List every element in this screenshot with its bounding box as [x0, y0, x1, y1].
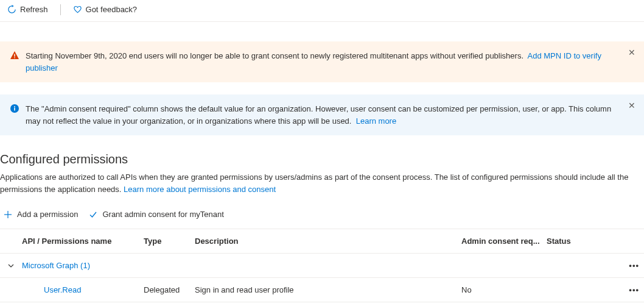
table-header-adminreq: Admin consent req... [461, 237, 547, 246]
alert-info-message: The "Admin consent required" column show… [26, 104, 611, 126]
grant-consent-button[interactable]: Grant admin consent for myTenant [89, 210, 223, 219]
permission-more[interactable]: ••• [620, 285, 644, 294]
plus-icon [4, 210, 12, 219]
section-heading: Configured permissions [0, 152, 644, 166]
permission-description: Sign in and read user profile [195, 285, 461, 294]
command-bar: Refresh Got feedback? [0, 0, 644, 22]
svg-rect-4 [14, 106, 15, 107]
api-group-more[interactable]: ••• [620, 261, 644, 270]
permissions-action-row: Add a permission Grant admin consent for… [0, 206, 644, 229]
add-permission-button[interactable]: Add a permission [4, 210, 78, 219]
feedback-button[interactable]: Got feedback? [68, 4, 142, 15]
permissions-learn-more-link[interactable]: Learn more about permissions and consent [124, 185, 276, 194]
table-header-type: Type [144, 237, 195, 246]
api-group-row[interactable]: Microsoft Graph (1) ••• [0, 254, 644, 278]
alert-warning-message: Starting November 9th, 2020 end users wi… [26, 51, 523, 60]
permission-row: User.Read Delegated Sign in and read use… [0, 278, 644, 302]
alert-info: The "Admin consent required" column show… [0, 94, 644, 135]
heart-icon [73, 5, 82, 14]
refresh-button[interactable]: Refresh [2, 4, 53, 15]
svg-rect-1 [14, 57, 15, 59]
alert-warning-text: Starting November 9th, 2020 end users wi… [26, 50, 635, 74]
more-icon: ••• [629, 285, 639, 294]
api-group-chevron[interactable] [0, 262, 22, 269]
section-description: Applications are authorized to call APIs… [0, 171, 633, 195]
alert-info-dismiss[interactable]: ✕ [626, 98, 638, 113]
add-permission-label: Add a permission [17, 210, 78, 219]
chevron-down-icon [7, 262, 15, 269]
svg-rect-3 [14, 108, 15, 111]
table-header-description: Description [195, 237, 461, 246]
api-group-name[interactable]: Microsoft Graph (1) [22, 261, 144, 270]
permissions-table: API / Permissions name Type Description … [0, 229, 644, 302]
info-icon [10, 104, 19, 113]
permission-type: Delegated [144, 285, 195, 294]
table-header-name: API / Permissions name [22, 237, 144, 246]
table-header-status: Status [547, 237, 620, 246]
section-description-text: Applications are authorized to call APIs… [0, 173, 628, 194]
alert-warning-dismiss[interactable]: ✕ [626, 45, 638, 60]
refresh-icon [7, 5, 16, 14]
alert-info-learn-more-link[interactable]: Learn more [356, 116, 396, 126]
alert-warning: Starting November 9th, 2020 end users wi… [0, 41, 644, 82]
permission-adminreq: No [461, 285, 547, 294]
warning-icon [10, 51, 19, 60]
more-icon: ••• [629, 261, 639, 270]
feedback-label: Got feedback? [86, 5, 138, 14]
svg-rect-0 [14, 54, 15, 57]
toolbar-separator [60, 4, 61, 15]
grant-consent-label: Grant admin consent for myTenant [102, 210, 223, 219]
table-header-row: API / Permissions name Type Description … [0, 229, 644, 254]
refresh-label: Refresh [20, 5, 48, 14]
checkmark-icon [89, 210, 97, 219]
permission-name[interactable]: User.Read [22, 285, 144, 294]
alert-info-text: The "Admin consent required" column show… [26, 103, 635, 127]
